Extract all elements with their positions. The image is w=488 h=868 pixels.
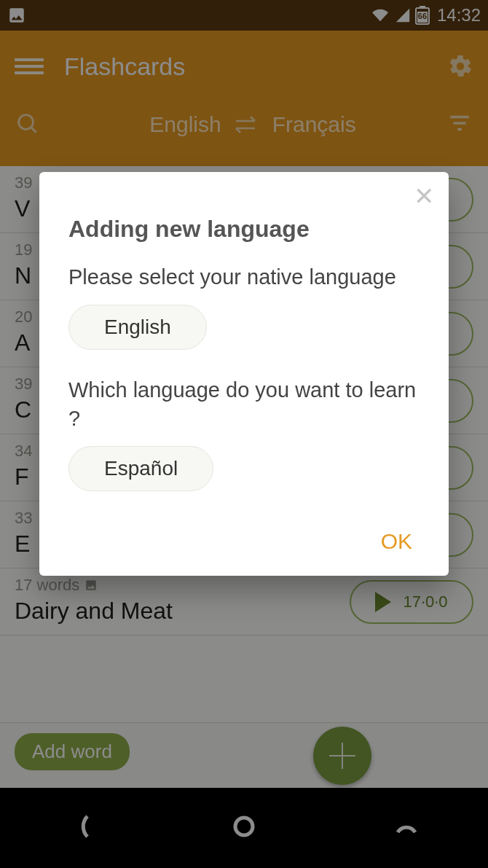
ok-button[interactable]: OK <box>68 525 420 558</box>
native-language-selector[interactable]: English <box>68 305 207 350</box>
close-icon[interactable]: ✕ <box>414 184 434 208</box>
learn-language-prompt: Which language do you want to learn ? <box>68 376 420 433</box>
dialog-title: Adding new language <box>68 216 420 243</box>
learn-language-selector[interactable]: Español <box>68 446 213 491</box>
native-language-prompt: Please select your native language <box>68 263 420 292</box>
add-language-dialog: ✕ Adding new language Please select your… <box>39 172 449 576</box>
